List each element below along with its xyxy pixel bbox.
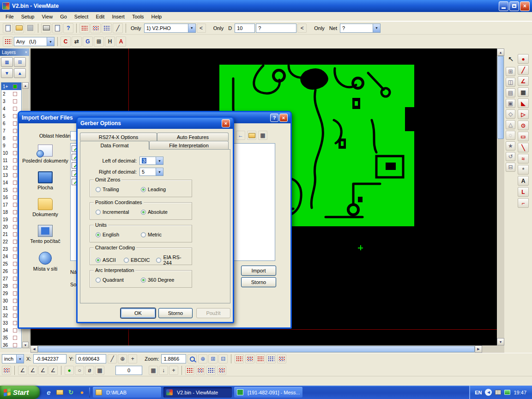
dialog-help-button[interactable]: ? bbox=[270, 114, 278, 122]
place-item[interactable]: Tento počítač bbox=[22, 225, 68, 252]
tray-keyboard-icon[interactable] bbox=[495, 390, 501, 395]
minimize-button[interactable] bbox=[499, 1, 508, 11]
radio-button[interactable] bbox=[96, 210, 101, 215]
print-icon[interactable] bbox=[41, 23, 51, 33]
layer-color-swatch[interactable] bbox=[13, 181, 17, 185]
layer-row[interactable]: 36 bbox=[1, 341, 21, 348]
tab[interactable]: Auto Features bbox=[157, 133, 229, 141]
left-of-decimal-combo[interactable]: 3▼ bbox=[139, 157, 163, 165]
selection-tool-button[interactable]: C bbox=[60, 36, 71, 47]
place-item[interactable]: Místa v síti bbox=[22, 252, 68, 278]
layer-color-swatch[interactable] bbox=[13, 218, 17, 222]
layer-color-swatch[interactable] bbox=[13, 99, 17, 103]
grid-tool-button[interactable]: ▦ bbox=[149, 366, 158, 375]
draw-tool-button[interactable]: A bbox=[518, 176, 529, 186]
radio-button[interactable] bbox=[141, 210, 146, 215]
start-button[interactable]: Start bbox=[0, 386, 40, 399]
zoom-tool-button[interactable]: ⊟ bbox=[218, 354, 228, 363]
layer-color-swatch[interactable] bbox=[13, 232, 17, 236]
layer-color-swatch[interactable] bbox=[13, 254, 17, 259]
selection-tool-button[interactable]: G bbox=[83, 36, 93, 47]
snap-tool-button[interactable]: ø bbox=[85, 366, 94, 375]
layer-up-icon[interactable]: ▲ bbox=[14, 68, 26, 78]
layer-row[interactable]: 4 bbox=[1, 105, 21, 112]
layer-color-swatch[interactable] bbox=[13, 151, 17, 155]
layer-row[interactable]: 2 bbox=[1, 90, 21, 97]
selection-tool-button[interactable]: A bbox=[116, 36, 126, 47]
layer-row[interactable]: 35 bbox=[1, 334, 21, 341]
horizontal-scrollbar[interactable]: ◀ ▶ bbox=[30, 345, 497, 353]
layer-grid-icon[interactable]: ⊞ bbox=[14, 57, 26, 67]
aperture-pattern-icon[interactable] bbox=[217, 366, 226, 375]
view-tool-button[interactable]: ▣ bbox=[506, 99, 515, 108]
view-tool-button[interactable]: ⊟ bbox=[506, 163, 515, 172]
selection-tool-button[interactable]: ⊞ bbox=[94, 36, 104, 47]
layer-file-combo[interactable]: 1) V2.PHO▼ bbox=[144, 24, 196, 33]
tab[interactable]: Data Format bbox=[80, 141, 149, 150]
taskbar-task[interactable]: V2.bin - ViewMate bbox=[163, 387, 232, 398]
open-file-icon[interactable] bbox=[14, 23, 24, 33]
draw-tool-button[interactable]: ▷ bbox=[518, 109, 529, 119]
layer-color-swatch[interactable] bbox=[13, 343, 17, 347]
layer-color-swatch[interactable] bbox=[13, 107, 17, 111]
app-launcher-icon[interactable]: ● bbox=[78, 388, 86, 397]
radio-option[interactable]: Leading bbox=[141, 187, 166, 192]
save-icon[interactable] bbox=[25, 23, 35, 33]
units-combo[interactable]: inch▼ bbox=[2, 354, 24, 363]
tab[interactable]: File Interpretation bbox=[149, 141, 229, 149]
layer-color-swatch[interactable] bbox=[13, 269, 17, 273]
taskbar-task[interactable]: [191-482-091] - Mess... bbox=[234, 387, 302, 398]
grid-pattern-icon[interactable] bbox=[2, 366, 11, 375]
views-icon[interactable]: ▦ bbox=[258, 131, 267, 140]
browser-icon[interactable]: e bbox=[44, 388, 53, 397]
radio-button[interactable] bbox=[141, 278, 146, 283]
snap-tool-button[interactable]: ● bbox=[65, 366, 74, 375]
place-item[interactable]: Poslední dokumenty bbox=[22, 145, 68, 171]
x-coordinate-field[interactable] bbox=[33, 354, 66, 363]
angle-tool-button[interactable]: ∠ bbox=[28, 366, 37, 375]
radio-button[interactable] bbox=[156, 258, 161, 263]
menu-item[interactable]: Edit bbox=[92, 13, 108, 20]
folder-icon[interactable] bbox=[55, 388, 64, 397]
selection-filter-combo[interactable]: Any (U)▼ bbox=[14, 37, 54, 46]
vertical-scrollbar[interactable]: ▲ ▼ bbox=[497, 48, 504, 345]
ok-button[interactable]: OK bbox=[121, 308, 156, 318]
layer-color-swatch[interactable] bbox=[13, 299, 17, 303]
layer-color-swatch[interactable] bbox=[13, 262, 17, 266]
layers-panel-header[interactable]: Layers × bbox=[0, 48, 29, 56]
radio-option[interactable]: Incremental bbox=[96, 209, 137, 215]
layer-color-swatch[interactable] bbox=[13, 321, 17, 325]
radio-button[interactable] bbox=[141, 187, 146, 192]
menu-item[interactable]: View bbox=[38, 13, 56, 20]
draw-tool-button[interactable]: ▦ bbox=[518, 87, 529, 97]
pad-pattern-icon[interactable] bbox=[235, 354, 244, 363]
dcode-query-field[interactable] bbox=[256, 24, 296, 33]
radio-option[interactable]: Trailing bbox=[96, 187, 137, 192]
layer-color-swatch[interactable] bbox=[13, 277, 17, 281]
layer-color-swatch[interactable] bbox=[13, 85, 17, 89]
menu-item[interactable]: Help bbox=[148, 13, 166, 20]
layer-color-swatch[interactable] bbox=[13, 291, 17, 296]
apply-button[interactable]: Použít bbox=[196, 308, 230, 318]
place-item[interactable]: Plocha bbox=[22, 171, 68, 198]
prev-dcode-button[interactable]: < bbox=[297, 24, 307, 33]
y-coordinate-field[interactable] bbox=[76, 354, 106, 363]
grid-tool-button[interactable]: + bbox=[169, 366, 178, 375]
back-icon[interactable]: ← bbox=[236, 131, 245, 140]
layer-color-swatch[interactable] bbox=[13, 284, 17, 288]
radio-option[interactable]: EBCDIC bbox=[124, 257, 152, 263]
hscroll-thumb[interactable] bbox=[38, 346, 475, 352]
layer-color-swatch[interactable] bbox=[13, 114, 17, 118]
layer-color-swatch[interactable] bbox=[13, 314, 17, 318]
layer-color-swatch[interactable] bbox=[13, 129, 17, 133]
grid-tool-button[interactable]: ↓ bbox=[159, 366, 168, 375]
draw-tool-button[interactable]: ╱ bbox=[518, 65, 529, 75]
layer-row[interactable]: 1+ bbox=[1, 83, 21, 90]
view-tool-button[interactable]: △ bbox=[506, 120, 515, 129]
measure-tool-button[interactable]: ╱ bbox=[108, 354, 117, 363]
hide-icons-chevron[interactable]: ◀ bbox=[485, 389, 492, 396]
layer-table-icon[interactable]: ▦ bbox=[1, 57, 13, 67]
zoom-tool-button[interactable]: ⊞ bbox=[208, 354, 218, 363]
view-tool-button[interactable]: ◫ bbox=[506, 78, 515, 87]
taskbar-task[interactable]: D:\MLAB bbox=[93, 387, 161, 398]
